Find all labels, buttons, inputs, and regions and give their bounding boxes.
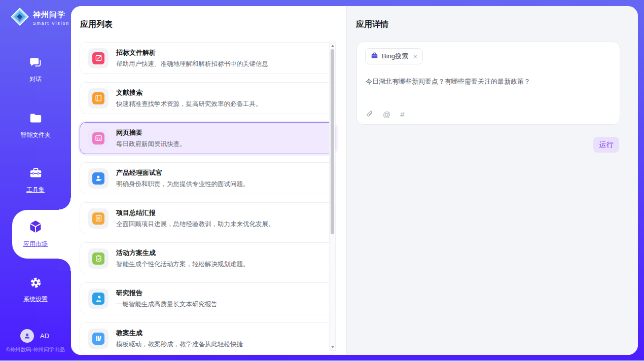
app-desc: 帮助用户快速、准确地理解和解析招标书中的关键信息: [116, 60, 268, 68]
books-icon: [92, 333, 104, 345]
app-icon-tile: [88, 88, 109, 108]
tool-tag-label: Bing搜索: [382, 52, 408, 61]
app-name: 招标文件解析: [116, 48, 268, 57]
app-card-project-summary[interactable]: 项目总结汇报 全面回顾项目进展，总结经验教训，助力未来优化发展。: [80, 202, 336, 234]
app-desc: 全面回顾项目进展，总结经验教训，助力未来优化发展。: [116, 220, 275, 229]
cube-icon: [28, 219, 43, 236]
sidebar-item-label: 应用市场: [23, 240, 48, 248]
sidebar-footer: ©神州数码·神州问学出品: [0, 346, 71, 353]
at-icon[interactable]: @: [383, 111, 390, 118]
prompt-question-text[interactable]: 今日湖北有哪些新闻要点？有哪些需要关注的最新政策？: [366, 77, 609, 87]
prompt-card: Bing搜索 × 今日湖北有哪些新闻要点？有哪些需要关注的最新政策？ @ #: [356, 42, 620, 125]
app-desc: 每日政府新闻资讯快查。: [116, 140, 186, 149]
tool-tag-bing-search[interactable]: Bing搜索 ×: [365, 48, 423, 64]
app-name: 文献搜索: [116, 88, 262, 97]
gear-icon: [29, 276, 43, 292]
app-desc: 一键智能生成高质量长文本研究报告: [116, 300, 218, 309]
app-icon-tile: [88, 48, 109, 68]
avatar: [20, 329, 34, 343]
person-icon: [23, 332, 31, 340]
briefcase-icon: [371, 52, 378, 61]
interviewer-icon: [92, 172, 104, 185]
app-card-literature-search[interactable]: 文献搜索 快速精准查找学术资源，提高研究效率的必备工具。: [80, 82, 336, 114]
bubble-fillet-top: [59, 198, 71, 210]
scroll-up-arrow-icon[interactable]: [330, 43, 335, 48]
browser-code-icon: [92, 132, 104, 144]
app-name: 产品经理面试官: [116, 168, 249, 177]
brand-logo: 神州问学 Smart Vision: [10, 7, 69, 28]
app-card-web-summary[interactable]: 网页摘要 每日政府新闻资讯快查。: [80, 122, 336, 154]
app-desc: 快速精准查找学术资源，提高研究效率的必备工具。: [116, 100, 262, 108]
app-list-pane: 应用列表 招标文件解析 帮助用户快速、准确地理解和解析招标书中的关键信息: [71, 6, 347, 355]
prompt-toolbar: @ #: [366, 110, 405, 119]
app-name: 项目总结汇报: [116, 208, 275, 218]
app-desc: 模板驱动，教案秒成，教学准备从此轻松快捷: [116, 340, 243, 349]
app-name: 教案生成: [116, 329, 243, 338]
note-icon: [92, 212, 104, 225]
app-card-event-plan-generator[interactable]: 活动方案生成 智能生成个性化活动方案，轻松解决规划难题。: [80, 242, 336, 274]
app-detail-pane: 应用详情 Bing搜索 × 今日湖北有哪些新闻要点？有哪些需要关注的最新政策？: [347, 6, 638, 355]
sidebar-item-label: 智能文件夹: [20, 131, 51, 139]
app-card-pm-interviewer[interactable]: 产品经理面试官 明确身份和职责，为您提供专业性的面试问题。: [80, 162, 336, 194]
app-list-title: 应用列表: [80, 19, 113, 30]
sidebar-item-chat[interactable]: 对话: [0, 56, 71, 84]
sidebar-item-label: 对话: [29, 75, 42, 84]
sidebar-item-smart-folder[interactable]: 智能文件夹: [0, 112, 71, 139]
chat-icon: [29, 56, 43, 71]
sidebar: 神州问学 Smart Vision 对话 智能文件夹: [0, 0, 71, 362]
paperclip-icon[interactable]: [366, 110, 373, 119]
app-detail-title: 应用详情: [356, 19, 388, 30]
run-button[interactable]: 运行: [593, 137, 619, 153]
clipboard-check-icon: [92, 252, 104, 265]
microscope-icon: [92, 293, 104, 305]
app-card-research-report[interactable]: 研究报告 一键智能生成高质量长文本研究报告: [80, 282, 336, 314]
app-card-bid-document-analysis[interactable]: 招标文件解析 帮助用户快速、准确地理解和解析招标书中的关键信息: [80, 42, 336, 74]
scrollbar-thumb[interactable]: [331, 49, 334, 234]
user-name: AD: [40, 332, 49, 340]
app-card-lesson-plan-generator[interactable]: 教案生成 模板驱动，教案秒成，教学准备从此轻松快捷: [80, 322, 336, 354]
tag-close-icon[interactable]: ×: [413, 53, 417, 60]
scroll-down-arrow-icon[interactable]: [330, 344, 335, 349]
app-name: 活动方案生成: [116, 248, 249, 258]
sidebar-item-settings[interactable]: 系统设置: [0, 276, 71, 304]
app-icon-tile: [88, 288, 109, 309]
sidebar-item-toolset[interactable]: 工具集: [0, 166, 71, 194]
main-panel: 应用列表 招标文件解析 帮助用户快速、准确地理解和解析招标书中的关键信息: [71, 6, 638, 355]
toolbox-icon: [29, 166, 43, 182]
app-name: 网页摘要: [116, 128, 186, 137]
app-desc: 明确身份和职责，为您提供专业性的面试问题。: [116, 180, 249, 189]
app-icon-tile: [88, 248, 109, 269]
app-icon-tile: [88, 128, 109, 149]
book-icon: [92, 92, 104, 104]
user-account[interactable]: AD: [20, 329, 49, 343]
app-icon-tile: [88, 208, 109, 229]
app-desc: 智能生成个性化活动方案，轻松解决规划难题。: [116, 260, 249, 269]
sidebar-item-label: 系统设置: [23, 295, 48, 304]
app-icon-tile: [88, 329, 109, 349]
sidebar-item-app-market[interactable]: 应用市场: [0, 219, 71, 248]
brand-name: 神州问学: [33, 10, 69, 20]
app-name: 研究报告: [116, 288, 218, 298]
doc-edit-icon: [92, 52, 104, 64]
brand-subtitle: Smart Vision: [33, 21, 69, 26]
hash-icon[interactable]: #: [400, 111, 404, 118]
list-scrollbar[interactable]: [329, 42, 336, 351]
app-icon-tile: [88, 168, 109, 189]
brand-diamond-icon: [10, 7, 29, 28]
bubble-fillet-bottom: [59, 259, 71, 271]
sidebar-item-label: 工具集: [26, 186, 45, 194]
folder-icon: [29, 112, 43, 127]
